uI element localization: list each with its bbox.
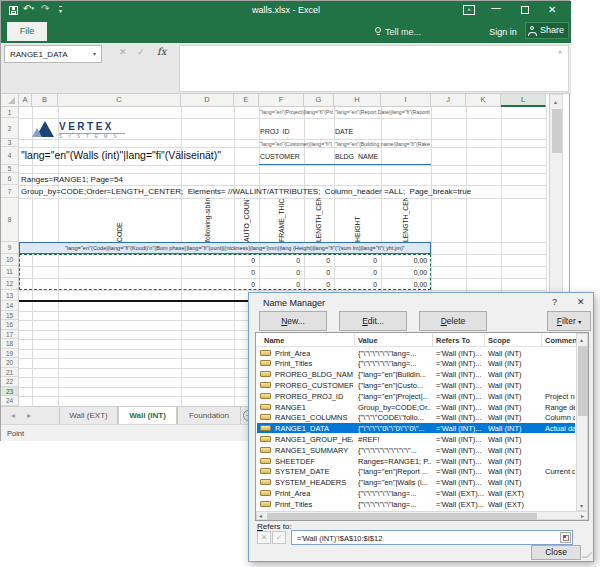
rotated-header-FRAME_THICK[interactable]: FRAME_THICK	[276, 198, 288, 242]
maximize-button[interactable]	[521, 6, 529, 14]
names-vscroll-thumb[interactable]	[578, 346, 588, 416]
cell-F2[interactable]: PROJ_ID	[260, 128, 303, 135]
row-header-4[interactable]: 4	[1, 147, 19, 165]
row-header-18[interactable]: 18	[1, 339, 19, 349]
sheet-tab-wall-int-[interactable]: Wall (INT)	[118, 407, 177, 425]
cell-F3[interactable]: "lang="en"(Customer)|lang="fi"(	[260, 141, 333, 147]
formula-input[interactable]	[179, 45, 569, 92]
column-header-E[interactable]: E	[234, 94, 259, 107]
scroll-up-icon[interactable]: ▴	[554, 99, 557, 105]
row-header-9[interactable]: 9	[1, 242, 19, 254]
column-header-K[interactable]: K	[466, 94, 501, 107]
name-row-range1-columns[interactable]: RANGE1_COLUMNS{"\"\"\"CODE\"follo...='Wa…	[257, 412, 575, 423]
dialog-close-button[interactable]: Close	[531, 545, 581, 560]
cell-F1[interactable]: "lang="en"(Project)|lang="fi"(Pro	[260, 109, 333, 115]
names-vscrollbar[interactable]: ▴ ▾	[576, 333, 588, 511]
names-scroll-right-icon[interactable]: ▸	[581, 513, 584, 519]
minimize-button[interactable]: —	[491, 2, 501, 13]
column-header-B[interactable]: B	[32, 94, 58, 107]
dialog-help-button[interactable]: ?	[552, 297, 557, 307]
enter-formula-icon[interactable]: ✓	[137, 47, 145, 57]
name-row-system-date[interactable]: SYSTEM_DATE{"lang="en"|Report ...='Wall …	[257, 466, 575, 477]
cell-H4[interactable]: BLDG_NAME	[335, 153, 395, 160]
dialog-close-icon[interactable]: ✕	[577, 297, 585, 307]
names-scroll-down-icon[interactable]: ▾	[580, 503, 583, 509]
column-header-C[interactable]: C	[58, 94, 181, 107]
rotated-header-CODE[interactable]: CODE	[114, 198, 126, 242]
name-row-print-area[interactable]: Print_Area{"\"\"\"\"\"\"lang=...='Wall (…	[257, 347, 575, 358]
cell-H1[interactable]: "lang="en"(Report Date)|lang="fi"(Raport…	[335, 109, 430, 115]
cell-A4-title[interactable]: "lang="en"(Walls (int)"|lang="fi"(Välise…	[21, 149, 256, 161]
filter-button[interactable]: Filter ▾	[547, 311, 591, 331]
name-row-sheetdef[interactable]: SHEETDEFRanges=RANGE1; P...='Wall (INT).…	[257, 455, 575, 466]
row-header-15[interactable]: 15	[1, 311, 19, 321]
name-row-print-titles[interactable]: Print_Titles{"\"\"\"\"\"\"lang=...='Wall…	[257, 358, 575, 369]
row-header-11[interactable]: 11	[1, 266, 19, 278]
col-header-scope[interactable]: Scope	[488, 336, 511, 345]
column-header-D[interactable]: D	[181, 94, 234, 107]
range-picker-icon[interactable]	[560, 532, 571, 543]
col-header-value[interactable]: Value	[358, 336, 378, 345]
close-button[interactable]: ✕	[548, 4, 556, 15]
save-icon[interactable]	[9, 6, 18, 15]
row-header-14[interactable]: 14	[1, 301, 19, 311]
sheet-tab-foundation[interactable]: Foundation	[177, 407, 241, 425]
cell-A7[interactable]: Group_by=CODE;Order=LENGTH_CENTER; Eleme…	[21, 187, 471, 196]
row-header-24[interactable]: 24	[1, 396, 19, 406]
column-header-H[interactable]: H	[334, 94, 381, 107]
row-header-17[interactable]: 17	[1, 330, 19, 340]
row-header-3[interactable]: 3	[1, 139, 19, 147]
column-header-I[interactable]: I	[381, 94, 431, 107]
ribbon-display-options-button[interactable]: ˄	[463, 5, 475, 15]
cell-H3[interactable]: "lang="en"(Building name)|lang="fi"(Rake…	[335, 141, 430, 147]
rotated-header-HEIGHT[interactable]: HEIGHT	[352, 198, 364, 242]
cell-A6[interactable]: Ranges=RANGE1; Page=54	[21, 175, 221, 184]
undo-button[interactable]: ↶▾	[23, 3, 34, 14]
name-row-system-headers[interactable]: SYSTEM_HEADERS{"lang="en"|Walls (i...='W…	[257, 477, 575, 488]
rotated-header-LENGTH_CEN[interactable]: LENGTH_CEN	[400, 198, 412, 242]
name-row-range1-data[interactable]: RANGE1_DATA{"\"\"\"\"0\"\"0\"\"0\"...='W…	[257, 423, 575, 434]
cell-H2[interactable]: DATE	[335, 128, 380, 135]
share-button[interactable]: Share	[525, 22, 569, 39]
tell-me-box[interactable]: Tell me...	[385, 23, 437, 41]
cell-row9-labels[interactable]: "lang="en"(Code)|lang="fi"(Koodi)'n"(Bom…	[65, 245, 429, 251]
row-header-10[interactable]: 10	[1, 254, 19, 266]
row-header-22[interactable]: 22	[1, 377, 19, 387]
name-row-range1-group-hea-[interactable]: RANGE1_GROUP_HEA...#REF!='Wall (INT)...W…	[257, 433, 575, 444]
insert-function-icon[interactable]: fx	[157, 46, 166, 57]
col-header-name[interactable]: Name	[264, 336, 284, 345]
name-box[interactable]: RANGE1_DATA ▾	[4, 45, 102, 63]
rotated-header-AUTO_COUNT[interactable]: AUTO_COUNT	[241, 198, 253, 242]
formula-bar-collapse-icon[interactable]: ˄	[558, 49, 562, 56]
grid-vscroll-thumb[interactable]	[552, 109, 562, 153]
sheet-nav-left-icon[interactable]: ◂	[11, 411, 15, 420]
column-header-J[interactable]: J	[431, 94, 466, 107]
delete-button[interactable]: Delete	[419, 311, 487, 331]
names-scroll-up-icon[interactable]: ▴	[580, 337, 583, 343]
row-header-19[interactable]: 19	[1, 349, 19, 359]
column-header-G[interactable]: G	[304, 94, 334, 107]
col-header-comment[interactable]: Comment	[545, 336, 580, 345]
name-row-proreg-proj-id[interactable]: PROREG_PROJ_ID{"lang="en"|Project|...='W…	[257, 390, 575, 401]
names-scroll-left-icon[interactable]: ◂	[259, 513, 262, 519]
col-header-refers[interactable]: Refers To	[436, 336, 470, 345]
edit-button[interactable]: Edit...	[339, 311, 407, 331]
column-header-L[interactable]: L	[501, 94, 546, 107]
row-header-13[interactable]: 13	[1, 290, 19, 301]
name-row-proreg-bldg-name[interactable]: PROREG_BLDG_NAME{"lang="en"|Buildin...='…	[257, 369, 575, 380]
column-header-A[interactable]: A	[19, 94, 32, 107]
new-button[interactable]: New...	[259, 311, 327, 331]
row-header-16[interactable]: 16	[1, 320, 19, 330]
rotated-header-LENGTH_CEN[interactable]: LENGTH_CEN	[313, 198, 325, 242]
refers-to-field[interactable]: ='Wall (INT)'!$A$10:$I$12	[291, 530, 573, 545]
sheet-tab-wall-ext-[interactable]: Wall (EXT)	[59, 407, 118, 425]
row-header-21[interactable]: 21	[1, 368, 19, 378]
name-row-range1-summary[interactable]: RANGE1_SUMMARY{"\"\"\"\"\"\"\"\"\"\"...=…	[257, 444, 575, 455]
row-header-7[interactable]: 7	[1, 185, 19, 198]
name-row-print-area[interactable]: Print_Area{"\"\"\"\"\"\"lang=...='Wall (…	[257, 487, 575, 498]
name-row-print-titles[interactable]: Print_Titles{"\"\"\"\"\"\"lang=...='Wall…	[257, 498, 575, 509]
names-hscroll-thumb[interactable]	[267, 513, 537, 520]
rotated-header-following-sibling[interactable]: following-sibling	[202, 198, 214, 242]
sign-in-link[interactable]: Sign in	[483, 23, 523, 41]
row-header-23[interactable]: 23	[1, 387, 19, 397]
